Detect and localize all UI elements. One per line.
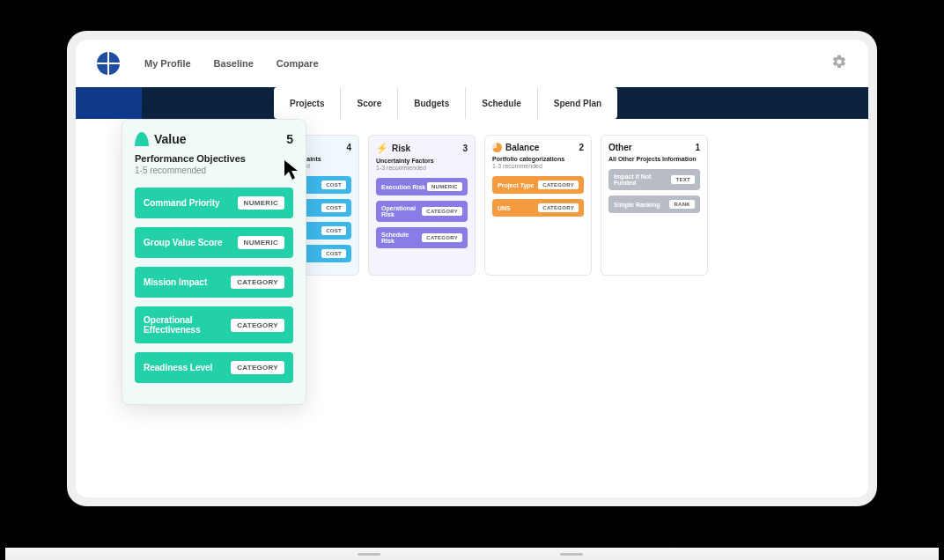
laptop-base [5,548,939,560]
other-item-1[interactable]: Simple RankingRANK [608,195,700,213]
content-area: Cost 4 Portfolio Constraints 1-3 recomme… [76,119,868,291]
app-screen: My Profile Baseline Compare Projects Sco… [76,40,868,497]
column-balance-title: Balance [505,143,539,152]
value-item-1[interactable]: Group Value ScoreNUMERIC [135,227,293,258]
value-card-title: Value [154,132,187,146]
value-item-3[interactable]: Operational EffectivenessCATEGORY [135,306,293,343]
value-card-subtitle: Performance Objectives [135,153,293,164]
balance-item-0[interactable]: Project TypeCATEGORY [492,176,584,194]
column-balance: Balance 2 Portfolio categorizations 1-3 … [484,135,592,276]
column-risk-header: ⚡ Risk 3 [376,143,468,154]
category-columns: Cost 4 Portfolio Constraints 1-3 recomme… [252,135,851,276]
section-tabs: Projects Score Budgets Schedule Spend Pl… [274,87,617,119]
laptop-frame: My Profile Baseline Compare Projects Sco… [67,31,877,506]
column-balance-count: 2 [579,143,584,152]
column-other-count: 1 [695,143,700,152]
value-gauge-icon [135,132,149,146]
risk-item-0[interactable]: Execution RiskNUMERIC [376,178,468,195]
nav-my-profile[interactable]: My Profile [144,58,191,69]
risk-bolt-icon: ⚡ [376,143,388,154]
value-item-2[interactable]: Mission ImpactCATEGORY [135,267,293,298]
tab-budgets[interactable]: Budgets [398,87,466,119]
other-item-0[interactable]: Impact if Not FundedTEXT [608,169,700,190]
nav-baseline[interactable]: Baseline [214,58,254,69]
nav-band-accent [76,87,142,119]
column-balance-header: Balance 2 [492,143,584,152]
risk-item-2[interactable]: Schedule RiskCATEGORY [376,227,468,248]
tab-score[interactable]: Score [341,87,398,119]
value-card-count: 5 [286,132,293,146]
column-cost-count: 4 [346,143,351,152]
column-other-title: Other [608,143,632,152]
tab-spendplan[interactable]: Spend Plan [538,87,617,119]
column-risk-count: 3 [462,144,468,153]
column-risk-subtitle: Uncertainty Factors [376,158,468,164]
balance-item-1[interactable]: UNSCATEGORY [492,199,584,217]
tab-schedule[interactable]: Schedule [466,87,537,119]
column-other: Other 1 All Other Projects Information I… [601,135,708,276]
settings-gear-icon[interactable] [831,54,847,73]
column-risk: ⚡ Risk 3 Uncertainty Factors 1-3 recomme… [368,135,476,276]
column-other-header: Other 1 [608,143,700,152]
tab-projects[interactable]: Projects [274,87,341,119]
nav-compare[interactable]: Compare [277,58,319,69]
app-logo-icon [97,52,120,75]
value-card-recommend: 1-5 recommended [135,166,293,175]
value-card-header: Value 5 [135,132,293,146]
top-bar: My Profile Baseline Compare [76,40,868,87]
top-links: My Profile Baseline Compare [144,58,319,69]
column-risk-title: Risk [392,144,410,153]
value-item-0[interactable]: Command PriorityNUMERIC [135,188,293,218]
column-other-subtitle: All Other Projects Information [608,156,700,162]
value-expanded-card: Value 5 Performance Objectives 1-5 recom… [122,119,306,405]
risk-item-1[interactable]: Operational RiskCATEGORY [376,201,468,222]
column-balance-recommend: 1-3 recommended [492,163,584,169]
column-balance-subtitle: Portfolio categorizations [492,156,584,162]
nav-band: Projects Score Budgets Schedule Spend Pl… [76,87,868,119]
column-risk-recommend: 1-3 recommended [376,165,468,171]
balance-pie-icon [492,143,502,152]
value-item-4[interactable]: Readiness LevelCATEGORY [135,352,293,383]
